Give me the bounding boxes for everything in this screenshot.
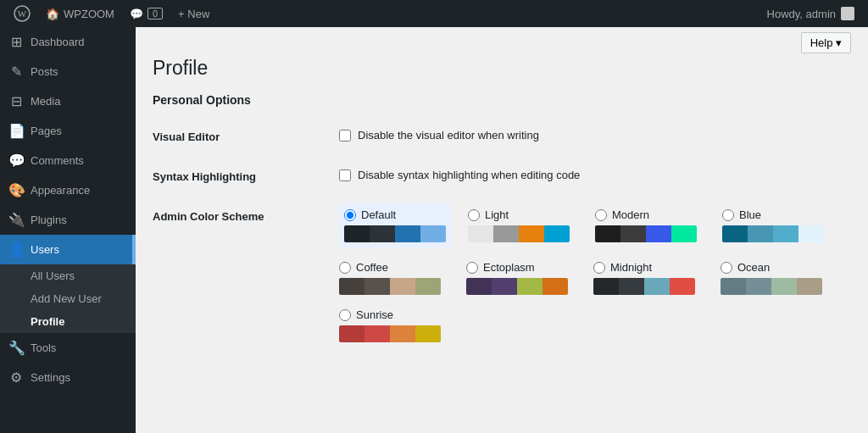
color-scheme-blue[interactable]: Blue (722, 208, 832, 247)
sidebar-item-settings[interactable]: ⚙ Settings (0, 363, 136, 392)
settings-icon: ⚙ (8, 369, 24, 386)
color-scheme-label-sunrise: Sunrise (356, 308, 393, 321)
syntax-highlighting-checkbox[interactable] (339, 169, 351, 181)
visual-editor-checkbox-label: Disable the visual editor when writing (358, 129, 539, 142)
radio-ectoplasm[interactable] (466, 262, 478, 274)
color-scheme-label-midnight: Midnight (610, 261, 652, 274)
visual-editor-row: Visual Editor Disable the visual editor … (153, 117, 851, 157)
color-scheme-options: DefaultLightModernBlueCoffeeEctoplasmMid… (339, 208, 851, 342)
site-name-label: WPZOOM (64, 8, 114, 20)
swatches-midnight (593, 278, 695, 295)
swatches-sunrise (339, 325, 441, 342)
sidebar-item-users[interactable]: 👤 Users (0, 235, 136, 264)
sidebar-item-appearance[interactable]: 🎨 Appearance (0, 175, 136, 205)
visual-editor-label: Visual Editor (153, 117, 339, 157)
color-scheme-row: Admin Color Scheme DefaultLightModernBlu… (153, 197, 851, 354)
sidebar-item-posts[interactable]: ✎ Posts (0, 57, 136, 86)
visual-editor-checkbox-row: Disable the visual editor when writing (339, 129, 851, 142)
pages-icon: 📄 (8, 123, 24, 139)
howdy-text: Howdy, admin (767, 8, 836, 20)
syntax-highlighting-row: Syntax Highlighting Disable syntax highl… (153, 157, 851, 197)
color-scheme-label-light: Light (485, 208, 509, 221)
color-scheme-label-ectoplasm: Ectoplasm (483, 261, 535, 274)
sidebar-item-label: Posts (31, 65, 58, 78)
media-icon: ⊟ (8, 93, 24, 109)
sidebar-item-comments[interactable]: 💬 Comments (0, 146, 136, 175)
sidebar-item-label: Plugins (31, 214, 67, 226)
swatches-coffee (339, 278, 441, 295)
svg-text:W: W (18, 8, 27, 19)
radio-modern[interactable] (595, 209, 607, 221)
sidebar-item-label: Comments (31, 154, 84, 167)
sidebar-item-label: Pages (31, 125, 62, 137)
users-icon: 👤 (8, 241, 24, 258)
sidebar-item-label: Media (31, 95, 60, 108)
radio-coffee[interactable] (339, 262, 351, 274)
sidebar-item-label: Tools (31, 341, 56, 354)
color-scheme-label-default: Default (361, 208, 396, 221)
visual-editor-checkbox[interactable] (339, 130, 351, 142)
radio-light[interactable] (468, 209, 480, 221)
submenu-add-new-user[interactable]: Add New User (0, 287, 136, 310)
comments-button[interactable]: 💬 0 (123, 0, 170, 27)
color-scheme-ocean[interactable]: Ocean (721, 261, 831, 295)
submenu-all-users[interactable]: All Users (0, 264, 136, 287)
radio-ocean[interactable] (721, 262, 732, 274)
plugins-icon: 🔌 (8, 212, 24, 228)
syntax-highlighting-label: Syntax Highlighting (153, 157, 339, 197)
swatches-default (344, 225, 446, 242)
color-scheme-label: Admin Color Scheme (153, 197, 339, 354)
swatches-modern (595, 225, 697, 242)
page-title: Profile (153, 57, 851, 80)
wp-logo-button[interactable]: W (7, 0, 37, 27)
radio-sunrise[interactable] (339, 309, 351, 321)
color-scheme-light[interactable]: Light (468, 208, 578, 247)
sidebar-item-dashboard[interactable]: ⊞ Dashboard (0, 27, 136, 57)
help-button[interactable]: Help ▾ (801, 32, 851, 53)
comment-count: 0 (147, 8, 163, 19)
color-scheme-label-coffee: Coffee (356, 261, 388, 274)
color-scheme-label-modern: Modern (612, 208, 649, 221)
section-title: Personal Options (153, 93, 851, 107)
color-scheme-sunrise[interactable]: Sunrise (339, 308, 449, 342)
swatches-blue (722, 225, 824, 242)
new-content-button[interactable]: + New (171, 0, 216, 27)
tools-icon: 🔧 (8, 340, 24, 356)
color-scheme-midnight[interactable]: Midnight (593, 261, 704, 295)
sidebar-item-plugins[interactable]: 🔌 Plugins (0, 205, 136, 235)
radio-blue[interactable] (722, 209, 734, 221)
admin-sidebar: ⊞ Dashboard ✎ Posts ⊟ Media 📄 Pages 💬 Co… (0, 27, 136, 433)
admin-bar: W 🏠 WPZOOM 💬 0 + New Howdy, admin (0, 0, 868, 27)
swatches-light (468, 225, 570, 242)
syntax-highlighting-checkbox-label: Disable syntax highlighting when editing… (358, 169, 580, 181)
color-scheme-coffee[interactable]: Coffee (339, 261, 449, 295)
radio-default[interactable] (344, 209, 356, 221)
sidebar-item-label: Users (31, 243, 59, 256)
site-name-button[interactable]: 🏠 WPZOOM (39, 0, 121, 27)
color-scheme-modern[interactable]: Modern (595, 208, 705, 247)
syntax-highlighting-checkbox-row: Disable syntax highlighting when editing… (339, 169, 851, 181)
help-label: Help ▾ (810, 36, 842, 49)
sidebar-item-media[interactable]: ⊟ Media (0, 86, 136, 116)
color-scheme-label-blue: Blue (739, 208, 761, 221)
sidebar-item-pages[interactable]: 📄 Pages (0, 116, 136, 146)
sidebar-item-label: Dashboard (31, 36, 85, 48)
users-submenu: All Users Add New User Profile (0, 264, 136, 333)
sidebar-item-label: Settings (31, 371, 70, 384)
submenu-profile[interactable]: Profile (0, 310, 136, 333)
color-scheme-ectoplasm[interactable]: Ectoplasm (466, 261, 576, 295)
sidebar-item-label: Appearance (31, 184, 90, 197)
sidebar-item-tools[interactable]: 🔧 Tools (0, 333, 136, 363)
comments-nav-icon: 💬 (8, 153, 24, 169)
posts-icon: ✎ (8, 64, 24, 80)
swatches-ocean (721, 278, 822, 295)
dashboard-icon: ⊞ (8, 34, 24, 50)
radio-midnight[interactable] (593, 262, 605, 274)
appearance-icon: 🎨 (8, 182, 24, 198)
profile-form-table: Visual Editor Disable the visual editor … (153, 117, 851, 354)
color-scheme-label-ocean: Ocean (737, 261, 770, 274)
user-info[interactable]: Howdy, admin (760, 7, 861, 20)
swatches-ectoplasm (466, 278, 568, 295)
color-scheme-default[interactable]: Default (339, 203, 451, 247)
main-content: Help ▾ Profile Personal Options Visual E… (136, 27, 868, 433)
